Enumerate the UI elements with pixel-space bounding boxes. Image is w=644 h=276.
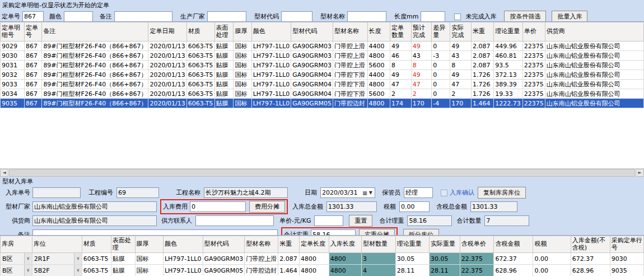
column-header[interactable]: 材质: [82, 236, 111, 253]
total-qty-input[interactable]: [484, 215, 529, 226]
column-header[interactable]: 备注: [42, 22, 148, 42]
column-header[interactable]: 颜色: [163, 236, 203, 253]
table-cell: 门带腔上滑: [245, 253, 278, 265]
profile-name-input[interactable]: [347, 11, 386, 22]
table-cell[interactable]: B区∨: [1, 265, 32, 276]
column-header[interactable]: 米重: [471, 22, 493, 42]
cost-allocate-button[interactable]: 费用分摊: [249, 201, 285, 213]
column-header[interactable]: 型材名称: [333, 22, 368, 42]
filter-by-condition-button[interactable]: 按条件筛选: [504, 11, 546, 22]
table-cell[interactable]: B区∨: [1, 253, 32, 265]
inbound-cost-input[interactable]: [190, 201, 246, 212]
chevron-down-icon[interactable]: ∨: [74, 253, 82, 264]
chevron-down-icon[interactable]: ▼: [368, 190, 374, 195]
reset-button[interactable]: 重置: [349, 215, 372, 227]
supplier-input[interactable]: [32, 215, 157, 226]
table-row[interactable]: 903086789#门框型材F26-F40（866+867）2020/01/13…: [1, 51, 644, 61]
table-row[interactable]: 903486789#门框型材F26-F40（866+867）2020/01/13…: [1, 89, 644, 99]
table-cell: 0: [432, 80, 450, 89]
chevron-down-icon[interactable]: ∨: [24, 253, 32, 264]
total-theory-weight-input[interactable]: [407, 215, 452, 226]
table-cell[interactable]: 5B2F∨: [32, 265, 82, 276]
scroll-left-icon[interactable]: ◄: [0, 169, 8, 177]
column-header[interactable]: 型材名称: [245, 236, 278, 253]
color-input[interactable]: [64, 11, 93, 22]
table-cell: 89#门框型材F26-F40（866+867）: [42, 80, 148, 89]
remark-input[interactable]: [114, 11, 172, 22]
column-header[interactable]: 入库长度: [329, 236, 361, 253]
project-no-input[interactable]: [116, 187, 159, 198]
supplier-contact-input[interactable]: [195, 215, 274, 226]
factory-input[interactable]: [32, 201, 157, 212]
unfinished-checkbox[interactable]: [454, 13, 461, 20]
column-header[interactable]: 定单长度: [300, 236, 329, 253]
manufacturer-input[interactable]: [207, 11, 246, 22]
column-header[interactable]: 米重: [278, 236, 300, 253]
table-row[interactable]: B区∨2R1F∨6063-T5贴膜国标LH797-1LL0GA90GRM03门带…: [1, 253, 644, 265]
column-header[interactable]: 预计完成: [411, 22, 432, 42]
column-header[interactable]: 供货商: [545, 22, 643, 42]
column-header[interactable]: 差异量: [432, 22, 450, 42]
column-header[interactable]: 型材代码: [291, 22, 333, 42]
column-header[interactable]: 定单日期: [148, 22, 186, 42]
table-cell: 9034: [1, 89, 25, 99]
copy-warehouse-location-button[interactable]: 复制库房库位: [478, 187, 526, 199]
column-header[interactable]: 定单数量: [390, 22, 412, 42]
column-header[interactable]: 库房: [1, 236, 32, 253]
column-header[interactable]: 库位: [32, 236, 82, 253]
table-cell: LH797-1LL0: [251, 51, 291, 61]
column-header[interactable]: 含税单价: [460, 236, 494, 253]
table-row[interactable]: 903586789#门框型材F26-F40（866+867）2020/01/13…: [1, 99, 644, 108]
table-row[interactable]: 903386789#门框型材F26-F40（866+867）2020/01/13…: [1, 80, 644, 89]
column-header[interactable]: 膜厚: [234, 22, 251, 42]
inbound-no-label: 入库单号: [2, 188, 30, 197]
table-row[interactable]: B区∨5B2F∨6063-T5贴膜国标LH797-1LL0GA90GRM05门带…: [1, 265, 644, 276]
column-header[interactable]: 表面处理: [214, 22, 234, 42]
column-header[interactable]: 定单号: [25, 22, 42, 42]
table-row[interactable]: 902986789#门框型材F26-F40（866+867）2020/01/13…: [1, 42, 644, 51]
column-header[interactable]: 型材代码: [203, 236, 245, 253]
column-header[interactable]: 单价: [522, 22, 545, 42]
column-header[interactable]: 膜厚: [135, 236, 163, 253]
horizontal-scrollbar[interactable]: ◄ ►: [0, 168, 644, 177]
tax-total-input[interactable]: [470, 201, 517, 212]
column-header[interactable]: 实际完成: [450, 22, 472, 42]
table-cell: 9033: [1, 80, 25, 89]
table-cell: GA90GRM03: [291, 61, 333, 70]
column-header[interactable]: 含税金额: [494, 236, 533, 253]
table-row[interactable]: 903186789#门框型材F26-F40（866+867）2020/01/13…: [1, 61, 644, 70]
length-input[interactable]: [421, 11, 445, 22]
inbound-confirm-checkbox[interactable]: [441, 190, 447, 196]
unit-price-input[interactable]: [314, 215, 343, 226]
column-header[interactable]: 采购定单行号: [610, 236, 643, 253]
date-picker[interactable]: 2020/03/31 ▦ ▼: [320, 187, 375, 198]
chevron-down-icon[interactable]: ∨: [74, 265, 82, 276]
chevron-down-icon[interactable]: ∨: [24, 265, 32, 276]
column-header[interactable]: 理论重量: [395, 236, 429, 253]
column-header[interactable]: 入库金额(不含税): [571, 236, 610, 253]
column-header[interactable]: 颜色: [251, 22, 291, 42]
table-cell: LH797-1LL0: [251, 42, 291, 51]
table-row[interactable]: 903286789#门框型材F26-F40（866+867）2020/01/13…: [1, 70, 644, 80]
column-header[interactable]: 实际重量: [429, 236, 460, 253]
scroll-right-icon[interactable]: ►: [636, 169, 644, 177]
inbound-no-input[interactable]: [32, 187, 81, 198]
column-header[interactable]: 材质: [186, 22, 214, 42]
column-header[interactable]: 定单明细号: [1, 22, 25, 42]
column-header[interactable]: 表面处理: [111, 236, 135, 253]
factory-label: 型材厂家: [2, 203, 30, 211]
inbound-total-input[interactable]: [326, 201, 377, 212]
tax-input[interactable]: [399, 201, 430, 212]
column-header[interactable]: 型材数量: [361, 236, 395, 253]
column-header[interactable]: 理论重量: [494, 22, 522, 42]
project-name-input[interactable]: [204, 187, 288, 198]
keeper-input[interactable]: [404, 187, 433, 198]
column-header[interactable]: 长度: [367, 22, 390, 42]
scrollbar-thumb[interactable]: [9, 169, 635, 177]
table-cell: 贴膜: [111, 265, 135, 276]
batch-inbound-button[interactable]: 批量入库: [552, 11, 587, 22]
column-header[interactable]: 税额: [533, 236, 571, 253]
profile-code-input[interactable]: [281, 11, 312, 22]
order-no-input[interactable]: [22, 11, 44, 22]
table-cell[interactable]: 2R1F∨: [32, 253, 82, 265]
